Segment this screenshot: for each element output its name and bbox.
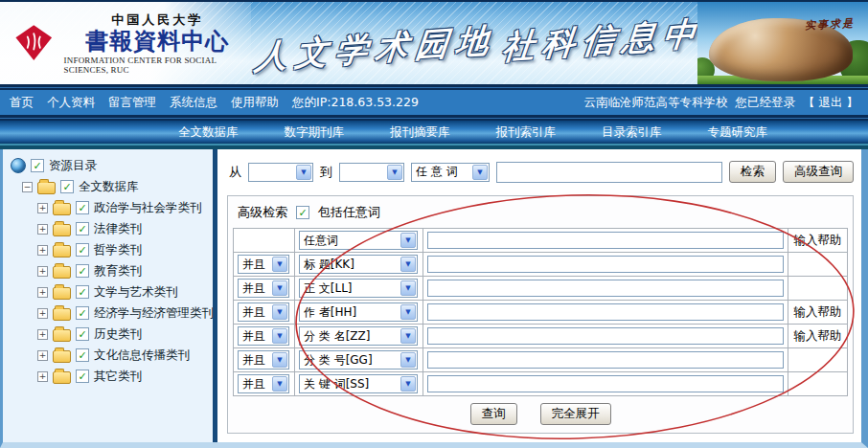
tree-item-row[interactable]: + ✓ 历史类刊 <box>9 324 213 345</box>
checkbox[interactable]: ✓ <box>76 306 89 320</box>
tree-item-row[interactable]: + ✓ 文化信息传播类刊 <box>9 345 213 366</box>
tree-item-label[interactable]: 法律类刊 <box>94 221 142 237</box>
advanced-query-button[interactable]: 高级查询 <box>783 161 854 183</box>
nav-messages[interactable]: 留言管理 <box>108 95 156 111</box>
folder-icon <box>53 287 71 300</box>
tree-item-label[interactable]: 政治学与社会学类刊 <box>94 200 202 216</box>
checkbox[interactable]: ✓ <box>76 243 89 257</box>
field-value-input[interactable] <box>427 303 784 321</box>
query-button[interactable]: 查询 <box>470 403 517 425</box>
chevron-down-icon: ▼ <box>272 328 287 344</box>
field-value-input[interactable] <box>427 327 784 345</box>
field-select[interactable]: 分 类 号[GG] ▼ <box>299 350 418 370</box>
check-icon: ✓ <box>78 308 86 319</box>
field-value-input[interactable] <box>427 232 784 249</box>
tree-item-label[interactable]: 教育类刊 <box>94 263 142 280</box>
field-value-input[interactable] <box>427 351 784 369</box>
expand-icon[interactable]: + <box>37 329 48 340</box>
checkbox[interactable]: ✓ <box>76 370 89 383</box>
field-select[interactable]: 标 题[KK] ▼ <box>299 255 418 274</box>
collapse-icon[interactable]: − <box>22 182 33 192</box>
check-icon: ✓ <box>298 208 307 218</box>
input-help-link[interactable]: 输入帮助 <box>788 229 848 253</box>
chevron-down-icon: ▼ <box>400 304 416 320</box>
operator-select[interactable]: 并且 ▼ <box>238 374 289 393</box>
tree-item-row[interactable]: + ✓ 文学与艺术类刊 <box>9 281 213 302</box>
tree-item-label[interactable]: 文化信息传播类刊 <box>94 347 190 364</box>
input-help-link[interactable]: 输入帮助 <box>788 325 848 348</box>
tree-item-label[interactable]: 经济学与经济管理类刊 <box>94 305 214 322</box>
tree-root-label[interactable]: 资源目录 <box>49 158 97 174</box>
expand-icon[interactable]: + <box>37 245 48 256</box>
expand-icon[interactable]: + <box>37 224 48 235</box>
field-select[interactable]: 作 者[HH] ▼ <box>299 302 418 322</box>
checkbox[interactable]: ✓ <box>76 264 89 278</box>
chevron-down-icon: ▼ <box>272 376 287 392</box>
quick-search-input[interactable] <box>496 162 722 183</box>
expand-icon[interactable]: + <box>37 371 48 382</box>
input-help-cell <box>788 277 848 301</box>
operator-select[interactable]: 并且 ▼ <box>238 279 289 298</box>
input-help-cell <box>788 372 848 396</box>
database-nav-bar: 全文数据库 数字期刊库 报刊摘要库 报刊索引库 目录索引库 专题研究库 <box>0 121 868 144</box>
logout-link[interactable]: 【 退出 】 <box>803 95 858 111</box>
tree-item-row[interactable]: + ✓ 法律类刊 <box>9 218 213 239</box>
folder-icon <box>53 350 71 363</box>
field-select[interactable]: 任意词 ▼ <box>299 231 418 250</box>
expand-icon[interactable]: + <box>37 308 48 319</box>
tree-parent-label[interactable]: 全文数据库 <box>79 179 139 195</box>
tree-item-row[interactable]: + ✓ 政治学与社会学类刊 <box>9 197 213 218</box>
checkbox[interactable]: ✓ <box>76 201 89 214</box>
tree-item-label[interactable]: 文学与艺术类刊 <box>94 284 178 301</box>
input-help-link[interactable]: 输入帮助 <box>788 301 848 325</box>
field-value-input[interactable] <box>427 256 784 273</box>
field-select[interactable]: 关 键 词[SS] ▼ <box>299 374 418 393</box>
operator-select[interactable]: 并且 ▼ <box>238 326 289 346</box>
checkbox[interactable]: ✓ <box>76 327 89 341</box>
tab-digital-journal-db[interactable]: 数字期刊库 <box>285 124 345 141</box>
operator-select[interactable]: 并且 ▼ <box>238 255 289 274</box>
tree-item-label[interactable]: 历史类刊 <box>94 326 142 343</box>
include-anyword-checkbox[interactable]: ✓ <box>296 206 309 219</box>
tree-item-row[interactable]: + ✓ 其它类刊 <box>9 366 213 387</box>
tree-item-row[interactable]: + ✓ 哲学类刊 <box>9 239 213 260</box>
checkbox[interactable]: ✓ <box>76 222 89 235</box>
tree-item-label[interactable]: 其它类刊 <box>94 369 142 385</box>
operator-select[interactable]: 并且 ▼ <box>238 350 289 370</box>
nav-help[interactable]: 使用帮助 <box>231 95 279 111</box>
field-select[interactable]: 正 文[LL] ▼ <box>299 279 418 298</box>
tree-item-label[interactable]: 哲学类刊 <box>94 242 142 258</box>
to-year-select[interactable]: ▼ <box>339 163 404 182</box>
expand-icon[interactable]: + <box>37 203 48 213</box>
tab-topic-research-db[interactable]: 专题研究库 <box>708 124 768 141</box>
search-button[interactable]: 检索 <box>729 161 776 183</box>
expand-all-button[interactable]: 完全展开 <box>540 403 611 425</box>
field-select[interactable]: 分 类 名[ZZ] ▼ <box>299 326 418 346</box>
tree-parent-row[interactable]: − ✓ 全文数据库 <box>9 176 213 197</box>
expand-icon[interactable]: + <box>37 287 48 298</box>
tab-fulltext-db[interactable]: 全文数据库 <box>178 124 239 141</box>
field-value-input[interactable] <box>427 375 784 392</box>
from-year-select[interactable]: ▼ <box>248 163 313 182</box>
tree-item-row[interactable]: + ✓ 经济学与经济管理类刊 <box>9 302 213 324</box>
operator-select[interactable]: 并且 ▼ <box>238 302 289 322</box>
search-field-select[interactable]: 任 意 词 ▼ <box>411 163 490 182</box>
tree-item-row[interactable]: + ✓ 教育类刊 <box>9 260 213 281</box>
folder-icon <box>53 329 71 342</box>
checkbox[interactable]: ✓ <box>76 285 89 299</box>
folder-icon <box>53 308 71 321</box>
expand-icon[interactable]: + <box>37 266 48 277</box>
checkbox[interactable]: ✓ <box>76 348 89 362</box>
tab-catalog-index-db[interactable]: 目录索引库 <box>602 124 662 141</box>
nav-profile[interactable]: 个人资料 <box>47 95 95 111</box>
field-value-input[interactable] <box>427 280 784 297</box>
nav-system-info[interactable]: 系统信息 <box>170 95 217 111</box>
tab-abstract-db[interactable]: 报刊摘要库 <box>390 124 450 141</box>
field-cell: 关 键 词[SS] ▼ <box>295 372 423 396</box>
tab-index-db[interactable]: 报刊索引库 <box>496 124 557 141</box>
nav-home[interactable]: 首页 <box>10 95 34 111</box>
tree-root-row[interactable]: ✓ 资源目录 <box>9 155 213 176</box>
checkbox[interactable]: ✓ <box>31 159 44 172</box>
checkbox[interactable]: ✓ <box>60 180 74 193</box>
expand-icon[interactable]: + <box>37 350 48 361</box>
